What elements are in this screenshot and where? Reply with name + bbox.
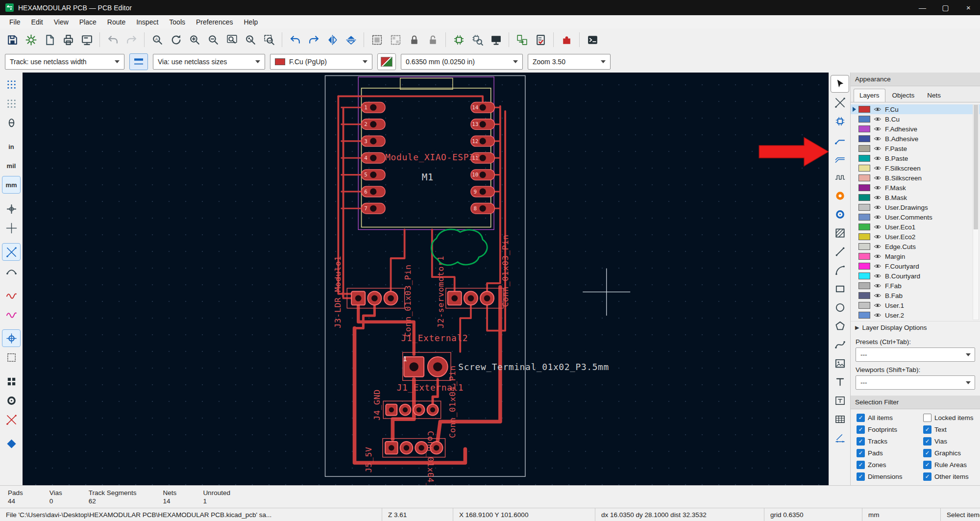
layer-row-user-eco1[interactable]: User.Eco1 xyxy=(851,222,980,232)
layer-row-f-mask[interactable]: F.Mask xyxy=(851,183,980,193)
pcb-pad[interactable]: 6 xyxy=(362,186,385,197)
pcb-text[interactable]: Conn_01x03_Pin xyxy=(403,264,413,337)
tab-nets[interactable]: Nets xyxy=(921,89,947,102)
scripting-console-button[interactable] xyxy=(583,30,602,49)
pcb-pad[interactable]: 1 xyxy=(362,102,385,113)
checkbox-checked-icon[interactable]: ✓ xyxy=(923,449,931,457)
layer-color-swatch[interactable] xyxy=(858,165,870,172)
add-table-tool[interactable] xyxy=(831,410,849,428)
pcb-pad[interactable]: 13 xyxy=(471,119,494,130)
lock-button[interactable] xyxy=(405,30,423,49)
layer-row-user-eco2[interactable]: User.Eco2 xyxy=(851,232,980,242)
layer-color-swatch[interactable] xyxy=(858,312,870,319)
checkbox-checked-icon[interactable]: ✓ xyxy=(923,472,931,481)
pcb-text[interactable]: Screw_Terminal_01x02_P3.5mm xyxy=(458,362,609,372)
checkbox-checked-icon[interactable]: ✓ xyxy=(857,449,865,457)
pcb-footprint-j3[interactable] xyxy=(347,288,404,308)
update-pcb-from-schematic-button[interactable] xyxy=(513,30,531,49)
layer-visibility-eye-icon[interactable] xyxy=(874,301,882,309)
layer-visibility-eye-icon[interactable] xyxy=(874,105,882,113)
pcb-text[interactable]: J2-servomotor1 xyxy=(436,256,445,328)
layer-color-swatch[interactable] xyxy=(858,174,870,181)
pcb-pad[interactable]: 3 xyxy=(362,136,385,147)
rotate-cw-button[interactable] xyxy=(304,30,323,49)
draw-polygon-tool[interactable] xyxy=(831,317,849,335)
net-color-mode-toggle[interactable] xyxy=(2,305,21,323)
draw-circle-tool[interactable] xyxy=(831,298,849,316)
pcb-trace[interactable] xyxy=(343,109,352,298)
layer-color-swatch[interactable] xyxy=(858,214,870,221)
tab-layers[interactable]: Layers xyxy=(854,89,885,102)
units-inches-button[interactable]: in xyxy=(2,138,21,155)
pcb-pad[interactable]: 10 xyxy=(471,170,494,180)
pcb-text[interactable]: 1 xyxy=(403,355,407,363)
layer-row-b-courtyard[interactable]: B.Courtyard xyxy=(851,271,980,281)
filter-footprints[interactable]: ✓Footprints xyxy=(857,425,921,434)
checkbox-checked-icon[interactable]: ✓ xyxy=(857,472,865,481)
layer-color-swatch[interactable] xyxy=(858,155,870,162)
pcb-text[interactable]: J3-LDR_Modulo1 xyxy=(333,256,343,328)
pcb-pad[interactable]: 2 xyxy=(362,119,385,130)
filter-other-items[interactable]: ✓Other items xyxy=(923,472,978,481)
layer-row-user-1[interactable]: User.1 xyxy=(851,300,980,310)
zone-display-mode-toggle[interactable] xyxy=(2,435,21,452)
menu-view[interactable]: View xyxy=(49,17,74,27)
layer-row-f-courtyard[interactable]: F.Courtyard xyxy=(851,261,980,271)
track-sketch-mode-toggle[interactable] xyxy=(2,286,21,304)
route-differential-pairs-tool[interactable] xyxy=(831,149,849,167)
layer-color-swatch[interactable] xyxy=(858,135,870,142)
pcb-pad[interactable]: 12 xyxy=(471,136,494,147)
track-display-mode-toggle[interactable] xyxy=(2,411,21,428)
filter-all-items[interactable]: ✓All items xyxy=(857,414,921,422)
draw-bezier-tool[interactable] xyxy=(831,336,849,353)
filter-tracks[interactable]: ✓Tracks xyxy=(857,437,921,446)
via-size-select[interactable]: Via: use netclass sizes xyxy=(153,54,265,70)
layer-row-margin[interactable]: Margin xyxy=(851,251,980,261)
layer-color-swatch[interactable] xyxy=(858,292,870,299)
layer-pair-button[interactable] xyxy=(377,53,396,70)
checkbox-checked-icon[interactable]: ✓ xyxy=(857,461,865,469)
layer-color-swatch[interactable] xyxy=(858,106,870,113)
checkbox-checked-icon[interactable]: ✓ xyxy=(857,414,865,422)
pcb-footprint-j1[interactable] xyxy=(403,352,451,380)
filter-graphics[interactable]: ✓Graphics xyxy=(923,449,978,457)
menu-file[interactable]: File xyxy=(4,17,26,27)
filter-pads[interactable]: ✓Pads xyxy=(857,449,921,457)
board-setup-button[interactable] xyxy=(22,30,40,49)
checkbox-checked-icon[interactable]: ✓ xyxy=(923,437,931,446)
layer-row-b-fab[interactable]: B.Fab xyxy=(851,291,980,300)
pcb-footprint-j5[interactable] xyxy=(383,439,445,457)
layer-visibility-eye-icon[interactable] xyxy=(874,252,882,260)
layer-row-user-2[interactable]: User.2 xyxy=(851,310,980,320)
menu-place[interactable]: Place xyxy=(74,17,102,27)
layer-visibility-eye-icon[interactable] xyxy=(874,272,882,280)
layer-visibility-eye-icon[interactable] xyxy=(874,233,882,241)
filter-text[interactable]: ✓Text xyxy=(923,425,978,434)
layer-row-user-comments[interactable]: User.Comments xyxy=(851,212,980,222)
filter-rule-areas[interactable]: ✓Rule Areas xyxy=(923,461,978,469)
units-mils-button[interactable]: mil xyxy=(2,157,21,174)
layer-color-swatch[interactable] xyxy=(858,125,870,132)
draw-arc-tool[interactable] xyxy=(831,261,849,279)
footprint-browser-button[interactable] xyxy=(468,30,487,49)
cursor-shape-toggle[interactable] xyxy=(2,200,21,218)
plot-button[interactable] xyxy=(77,30,96,49)
track-width-select[interactable]: Track: use netclass width xyxy=(5,54,124,70)
layer-row-b-silkscreen[interactable]: B.Silkscreen xyxy=(851,173,980,183)
draw-line-tool[interactable] xyxy=(831,243,849,260)
layer-visibility-eye-icon[interactable] xyxy=(874,115,882,123)
layer-color-swatch[interactable] xyxy=(858,223,870,230)
place-footprint-tool[interactable] xyxy=(831,112,849,130)
active-layer-select[interactable]: F.Cu (PgUp) xyxy=(270,54,372,70)
layer-color-swatch[interactable] xyxy=(858,253,870,260)
pcb-text[interactable]: J4_GND xyxy=(372,389,382,421)
polar-coordinates-toggle[interactable] xyxy=(2,114,21,131)
zoom-fit-button[interactable] xyxy=(222,30,241,49)
menu-preferences[interactable]: Preferences xyxy=(191,17,238,27)
pcb-pad[interactable]: 9 xyxy=(471,186,494,197)
close-button[interactable]: × xyxy=(957,0,980,15)
pcb-trace[interactable] xyxy=(338,96,483,101)
curved-ratsnest-toggle[interactable] xyxy=(2,262,21,280)
pcb-text[interactable]: J5_5V xyxy=(364,447,373,472)
zoom-objects-button[interactable] xyxy=(241,30,260,49)
